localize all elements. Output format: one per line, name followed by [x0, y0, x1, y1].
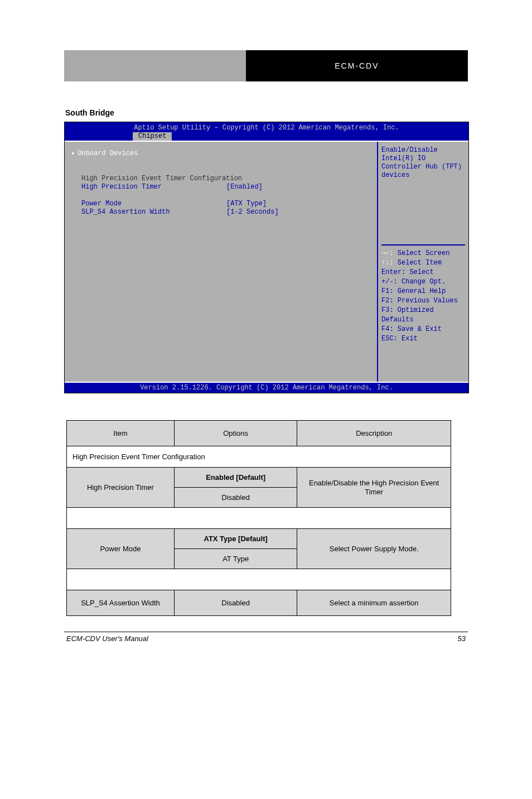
row-hpet-opt1: Enabled [Default] — [174, 468, 297, 488]
setting-powermode-label[interactable]: Power Mode — [81, 200, 226, 208]
key-esc-txt: Exit — [398, 335, 418, 343]
row-hpet-item: High Precision Timer — [67, 468, 175, 508]
setting-hpet-value[interactable]: [Enabled] — [226, 183, 263, 191]
row-power-desc: Select Power Supply Mode. — [297, 529, 451, 569]
header-left-block — [64, 50, 246, 81]
bios-version-bar: Version 2.15.1226. Copyright (C) 2012 Am… — [65, 383, 468, 393]
key-f4-txt: Save & Exit — [394, 325, 442, 333]
row-power-item: Power Mode — [67, 529, 175, 569]
row-slp-opt: Disabled — [174, 590, 297, 616]
key-f2: F2: — [381, 297, 394, 305]
th-desc: Description — [297, 421, 451, 446]
row-break2 — [67, 569, 451, 590]
key-select-item: Select Item — [394, 259, 442, 267]
menu-onboard-devices[interactable]: Onboard Devices — [78, 150, 138, 158]
row-slp-item: SLP_S4 Assertion Width — [67, 590, 175, 616]
setting-powermode-value[interactable]: [ATX Type] — [226, 200, 267, 208]
section-title: South Bridge — [65, 108, 468, 117]
setting-slp-label[interactable]: SLP_S4 Assertion Width — [81, 208, 226, 216]
row-power-opt2: AT Type — [174, 549, 297, 569]
key-enter-txt: Select — [405, 268, 433, 276]
row-hpet-opt2: Disabled — [174, 488, 297, 508]
key-f4: F4: — [381, 325, 394, 333]
th-item: Item — [67, 421, 175, 446]
footer-page-number: 53 — [458, 634, 466, 643]
row-hpet-section: High Precision Event Timer Configuration — [67, 446, 451, 468]
key-arrows-ud-icon: ↑↓: — [381, 259, 394, 267]
header-right-block: ECM-CDV — [246, 50, 468, 81]
bios-tab-row: Chipset — [65, 132, 468, 141]
key-plusminus-txt: Change Opt. — [398, 278, 446, 286]
key-select-screen: Select Screen — [394, 249, 450, 257]
setting-slp-value[interactable]: [1-2 Seconds] — [226, 208, 279, 216]
key-plusminus: +/-: — [381, 278, 398, 286]
row-hpet-desc: Enable/Disable the High Precision Event … — [297, 468, 451, 508]
row-power-opt1: ATX Type [Default] — [174, 529, 297, 549]
header-bar: ECM-CDV — [64, 50, 468, 81]
row-slp-desc: Select a minimum assertion — [297, 590, 451, 616]
submenu-arrow-icon: ▸ — [71, 150, 75, 158]
bios-title-bar: Aptio Setup Utility – Copyright (C) 2012… — [65, 122, 468, 132]
bios-screenshot: Aptio Setup Utility – Copyright (C) 2012… — [64, 122, 469, 393]
bios-key-legend: →←: Select Screen ↑↓: Select Item Enter:… — [381, 249, 465, 344]
hpet-heading: High Precision Event Timer Configuration — [81, 175, 242, 183]
key-f1-txt: General Help — [394, 287, 446, 295]
help-line2: Controller Hub (TPT) devices — [381, 163, 465, 180]
footer-manual-name: ECM-CDV User's Manual — [66, 634, 148, 643]
help-line1: Enable/Disable Intel(R) IO — [381, 146, 465, 163]
th-options: Options — [174, 421, 297, 446]
key-arrows-lr-icon: →←: — [381, 249, 394, 257]
setting-hpet-label[interactable]: High Precision Timer — [81, 183, 226, 191]
config-table: Item Options Description High Precision … — [66, 420, 451, 616]
row-break1 — [67, 508, 451, 529]
key-f1: F1: — [381, 287, 394, 295]
key-f3: F3: — [381, 306, 394, 314]
key-f2-txt: Previous Values — [394, 297, 458, 305]
bios-tab-chipset: Chipset — [133, 132, 172, 141]
key-esc: ESC: — [381, 335, 398, 343]
bios-help-text: Enable/Disable Intel(R) IO Controller Hu… — [381, 146, 465, 180]
key-enter: Enter: — [381, 268, 405, 276]
